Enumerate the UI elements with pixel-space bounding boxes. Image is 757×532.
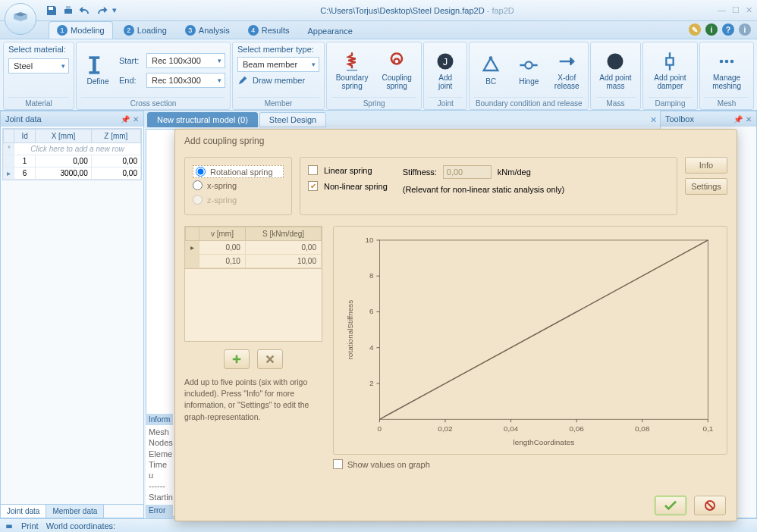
points-grid[interactable]: v [mm]S [kNm/deg] ▸0,000,00 0,1010,00 xyxy=(184,226,322,269)
stiffness-label: Stiffness: xyxy=(403,167,437,177)
help-wand-icon[interactable]: ✎ xyxy=(689,23,701,36)
svg-text:rotationalStiffness: rotationalStiffness xyxy=(346,300,354,360)
svg-rect-14 xyxy=(6,524,12,528)
svg-rect-4 xyxy=(89,56,99,59)
redo-icon[interactable] xyxy=(96,5,108,17)
hinge-button[interactable]: Hinge xyxy=(512,53,545,87)
xdof-release-button[interactable]: X-dof release xyxy=(550,49,583,92)
doc-tab-new-model[interactable]: New structural model (0) xyxy=(147,112,258,127)
xdof-icon xyxy=(556,51,577,72)
svg-text:0,08: 0,08 xyxy=(635,424,650,433)
mesh-icon xyxy=(716,51,737,72)
tab-loading[interactable]: 2Loading xyxy=(116,22,174,39)
add-point-mass-button[interactable]: Add point mass xyxy=(595,49,636,92)
coupling-spring-icon xyxy=(386,51,407,72)
draw-member-button[interactable]: Draw member xyxy=(237,75,305,86)
damper-icon xyxy=(659,51,680,72)
print-icon[interactable] xyxy=(5,521,14,530)
svg-rect-3 xyxy=(93,58,96,73)
minimize-button[interactable]: — xyxy=(718,5,726,15)
maximize-button[interactable]: ☐ xyxy=(732,5,740,15)
svg-point-11 xyxy=(720,59,724,63)
error-panel-tab[interactable]: Error xyxy=(146,505,173,518)
table-row: 0,1010,00 xyxy=(186,255,322,268)
cancel-button[interactable] xyxy=(694,496,726,515)
status-print[interactable]: Print xyxy=(21,521,39,530)
help-about-icon[interactable]: i xyxy=(739,23,751,36)
manage-meshing-button[interactable]: Manage meshing xyxy=(705,49,749,92)
radio-x-spring[interactable]: x-spring xyxy=(193,178,284,192)
add-point-damper-button[interactable]: Add point damper xyxy=(648,49,693,92)
information-panel: Inform Mesh Nodes Eleme Time u ------ St… xyxy=(146,414,173,505)
table-row: 10,000,00 xyxy=(4,155,141,167)
ok-button[interactable] xyxy=(655,496,686,515)
svg-text:0,06: 0,06 xyxy=(570,424,585,433)
svg-rect-2 xyxy=(66,6,71,9)
add-point-button[interactable] xyxy=(224,349,250,369)
bc-button[interactable]: BC xyxy=(474,53,507,87)
panel-close-icon[interactable]: ✕ xyxy=(746,115,752,124)
spring-type-group: Rotational spring x-spring z-spring xyxy=(184,157,292,215)
add-joint-button[interactable]: J Add joint xyxy=(429,49,462,92)
help-question-icon[interactable]: ? xyxy=(722,23,734,36)
coupling-spring-button[interactable]: Coupling spring xyxy=(377,49,416,92)
pin-icon[interactable]: 📌 xyxy=(121,115,130,124)
x-icon xyxy=(265,354,275,365)
undo-icon[interactable] xyxy=(79,5,91,17)
info-button[interactable]: Info xyxy=(685,157,727,174)
end-section-combo[interactable]: Rec 100x300 xyxy=(146,73,225,88)
doc-tab-steel-design[interactable]: Steel Design xyxy=(259,112,326,127)
nope-icon xyxy=(704,499,716,512)
window-title: C:\Users\Torjus\Desktop\Steel Design.fap… xyxy=(117,5,718,16)
panel-title: Joint data xyxy=(5,114,42,124)
checkbox-linear-spring[interactable]: Linear spring xyxy=(308,165,388,175)
svg-text:0,04: 0,04 xyxy=(504,424,519,433)
panel-close-icon[interactable]: ✕ xyxy=(133,115,139,124)
save-icon[interactable] xyxy=(46,5,58,17)
spring-chart: 24681000,020,040,060,080,1lengthCoordina… xyxy=(333,226,727,455)
material-label: Select material: xyxy=(8,45,66,54)
svg-text:0,1: 0,1 xyxy=(702,424,713,433)
svg-rect-0 xyxy=(49,7,53,10)
boundary-spring-button[interactable]: Boundary spring xyxy=(331,49,372,92)
svg-point-10 xyxy=(608,53,624,69)
print-icon[interactable] xyxy=(62,5,74,17)
tab-analysis[interactable]: 3Analysis xyxy=(177,22,237,39)
joint-grid[interactable]: Id X [mm] Z [mm] *Click here to add a ne… xyxy=(2,128,142,180)
pin-icon[interactable]: 📌 xyxy=(733,115,743,124)
joint-icon: J xyxy=(435,51,456,72)
svg-text:4: 4 xyxy=(369,343,374,352)
tab-joint-data[interactable]: Joint data xyxy=(1,505,46,518)
bc-icon xyxy=(480,55,501,76)
tab-results[interactable]: 4Results xyxy=(240,22,297,39)
settings-button[interactable]: Settings xyxy=(685,178,727,195)
app-menu-button[interactable] xyxy=(5,3,36,35)
svg-point-8 xyxy=(489,56,493,60)
radio-z-spring: z-spring xyxy=(193,192,284,207)
help-info-icon[interactable]: i xyxy=(705,23,718,36)
material-combo[interactable]: Steel xyxy=(8,58,69,74)
doc-tabs-close-icon[interactable]: ✕ xyxy=(650,115,657,125)
check-icon xyxy=(664,500,677,511)
remove-point-button[interactable] xyxy=(257,349,283,369)
document-tabstrip: New structural model (0) Steel Design ✕ xyxy=(144,111,660,127)
hinge-icon xyxy=(518,55,539,76)
checkbox-show-values[interactable]: Show values on graph xyxy=(333,459,727,469)
start-section-combo[interactable]: Rec 100x300 xyxy=(146,53,225,68)
plus-icon xyxy=(231,354,242,365)
table-row: ▸0,000,00 xyxy=(186,241,322,255)
svg-point-13 xyxy=(730,59,734,63)
tab-member-data[interactable]: Member data xyxy=(46,505,104,518)
tab-modeling[interactable]: 1Modeling xyxy=(49,21,113,39)
close-button[interactable]: ✕ xyxy=(746,5,752,15)
svg-point-12 xyxy=(725,59,729,63)
member-type-combo[interactable]: Beam member xyxy=(237,57,319,72)
boundary-spring-icon xyxy=(341,51,363,72)
svg-text:0,02: 0,02 xyxy=(438,424,453,433)
define-section-button[interactable]: Define xyxy=(81,53,115,87)
titlebar: ▾ C:\Users\Torjus\Desktop\Steel Design.f… xyxy=(0,0,757,21)
checkbox-nonlinear-spring[interactable]: Non-linear spring xyxy=(308,181,388,191)
pencil-icon xyxy=(237,75,248,86)
radio-rotational-spring[interactable]: Rotational spring xyxy=(193,165,284,178)
tab-appearance[interactable]: Appearance xyxy=(300,23,360,39)
